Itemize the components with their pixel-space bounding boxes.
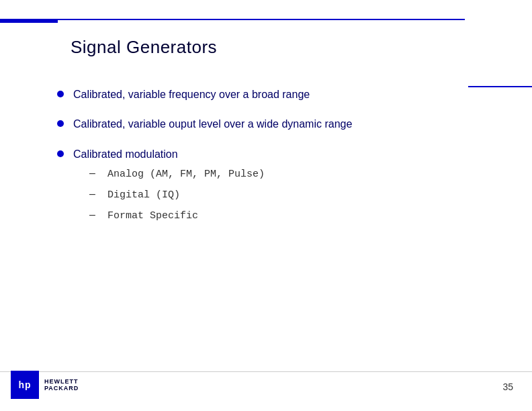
sub-item-1: – Analog (AM, FM, PM, Pulse) bbox=[89, 167, 265, 181]
sub-text-1: Analog (AM, FM, PM, Pulse) bbox=[107, 167, 265, 181]
sub-dash-3: – bbox=[89, 209, 95, 221]
hp-company-line2: PACKARD bbox=[44, 385, 79, 392]
sub-dash-2: – bbox=[89, 188, 95, 200]
slide-content: Calibrated, variable frequency over a br… bbox=[57, 87, 492, 244]
page-number: 35 bbox=[502, 381, 513, 392]
hp-company-line1: HEWLETT bbox=[44, 378, 79, 385]
bullet-item-2: Calibrated, variable ouput level over a … bbox=[57, 117, 492, 132]
hp-logo-symbol: hp bbox=[18, 379, 31, 390]
sub-items-list: – Analog (AM, FM, PM, Pulse) – Digital (… bbox=[89, 167, 265, 223]
sub-item-3: – Format Specific bbox=[89, 209, 265, 223]
top-accent-bar-left bbox=[0, 19, 58, 23]
sub-text-2: Digital (IQ) bbox=[107, 188, 180, 202]
sub-text-3: Format Specific bbox=[107, 209, 198, 223]
bottom-separator bbox=[0, 371, 532, 372]
sub-item-2: – Digital (IQ) bbox=[89, 188, 265, 202]
bullet-item-1: Calibrated, variable frequency over a br… bbox=[57, 87, 492, 102]
bullet-dot-3 bbox=[57, 150, 64, 157]
bullet-item-3: Calibrated modulation – Analog (AM, FM, … bbox=[57, 147, 492, 230]
top-accent-bar-main bbox=[58, 19, 465, 20]
bullet-3-container: Calibrated modulation – Analog (AM, FM, … bbox=[73, 147, 265, 230]
bullet-text-2: Calibrated, variable ouput level over a … bbox=[73, 117, 352, 132]
bullet-dot-2 bbox=[57, 120, 64, 127]
hp-company-text: HEWLETT PACKARD bbox=[44, 378, 79, 392]
slide-title: Signal Generators bbox=[71, 37, 217, 58]
sub-dash-1: – bbox=[89, 167, 95, 179]
hp-logo-box: hp bbox=[11, 371, 39, 399]
bullet-dot-1 bbox=[57, 91, 64, 97]
bullet-text-1: Calibrated, variable frequency over a br… bbox=[73, 87, 310, 102]
bullet-text-3: Calibrated modulation bbox=[73, 148, 178, 160]
hp-logo: hp HEWLETT PACKARD bbox=[11, 371, 79, 399]
